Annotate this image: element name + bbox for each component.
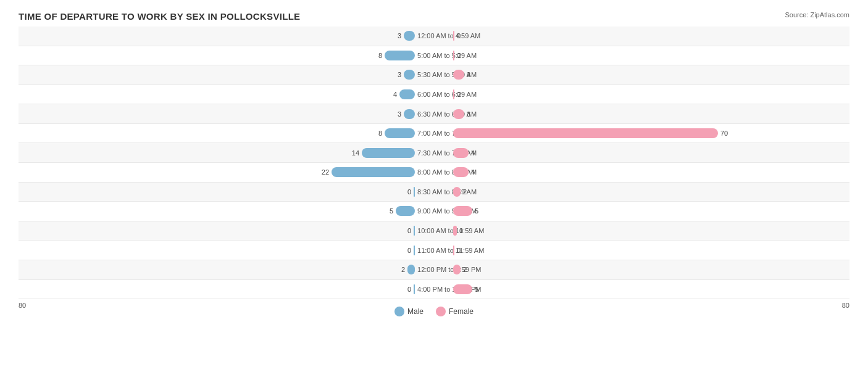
table-row: 8 5:00 AM to 5:29 AM 0 [19,46,849,66]
time-label: 8:00 AM to 8:29 AM [417,168,451,176]
table-row: 0 11:00 AM to 11:59 AM 0 [19,241,849,260]
female-value: 2 [463,266,473,273]
female-bar [453,245,454,255]
male-section: 4 [19,89,417,99]
table-row: 5 9:00 AM to 9:59 AM 5 [19,202,849,221]
legend-male: Male [394,307,424,316]
time-label: 11:00 AM to 11:59 AM [417,247,451,254]
female-value: 70 [720,130,730,137]
table-row: 2 12:00 PM to 3:59 PM 2 [19,260,849,280]
table-row: 4 6:00 AM to 6:29 AM 0 [19,85,849,105]
female-value: 0 [457,91,467,98]
male-section: 2 [19,265,417,274]
male-bar [396,206,415,216]
male-section: 8 [19,128,417,138]
male-value: 14 [349,149,359,157]
male-bar [404,31,415,41]
female-bar [453,167,469,177]
female-value: 4 [471,168,481,176]
female-section: 3 [451,109,849,119]
male-bar [332,167,415,177]
male-bar [404,109,415,119]
table-row: 8 7:00 AM to 7:29 AM 70 [19,124,849,144]
rows-wrapper: 3 12:00 AM to 4:59 AM 0 8 5:00 AM to 5:2… [19,27,849,299]
male-section: 14 [19,148,417,158]
male-bar [414,226,415,236]
table-row: 0 10:00 AM to 10:59 AM 1 [19,221,849,241]
male-value: 3 [391,32,401,39]
female-value: 5 [475,207,485,215]
female-bar [453,89,454,99]
source-label: Source: ZipAtlas.com [785,11,849,19]
male-section: 8 [19,51,417,60]
female-section: 0 [451,245,849,255]
male-section: 22 [19,167,417,177]
male-section: 5 [19,206,417,216]
female-value: 3 [467,110,477,118]
male-bar [362,148,415,158]
female-bar [453,70,464,80]
female-section: 5 [451,206,849,216]
time-label: 7:30 AM to 7:59 AM [417,149,451,157]
male-bar [399,89,415,99]
time-label: 5:00 AM to 5:29 AM [417,52,451,59]
male-bar [414,187,415,197]
male-value: 8 [372,130,382,137]
time-label: 9:00 AM to 9:59 AM [417,207,451,215]
table-row: 3 6:30 AM to 6:59 AM 3 [19,104,849,124]
table-row: 14 7:30 AM to 7:59 AM 4 [19,143,849,163]
male-value: 3 [391,71,401,78]
female-value: 0 [457,52,467,59]
female-bar [453,148,469,158]
time-label: 7:00 AM to 7:29 AM [417,130,451,137]
male-value: 2 [395,266,405,273]
male-section: 0 [19,245,417,255]
axis-right-label: 80 [842,302,849,309]
time-label: 8:30 AM to 8:59 AM [417,188,451,196]
male-bar [407,265,415,274]
female-section: 0 [451,31,849,41]
female-bar [453,284,472,294]
table-row: 22 8:00 AM to 8:29 AM 4 [19,163,849,183]
female-value: 1 [459,227,469,234]
time-label: 4:00 PM to 11:59 PM [417,286,451,293]
male-bar [385,51,415,60]
female-bar [453,226,457,236]
male-value: 5 [383,207,393,215]
male-value: 22 [319,168,329,176]
male-value: 0 [401,188,411,196]
female-bar [453,265,461,274]
female-value: 3 [467,71,477,78]
female-value: 4 [471,149,481,157]
female-section: 0 [451,51,849,60]
female-value: 2 [463,188,473,196]
time-label: 6:00 AM to 6:29 AM [417,91,451,98]
male-bar [414,245,415,255]
male-section: 0 [19,187,417,197]
female-bar [453,187,461,197]
time-label: 5:30 AM to 5:59 AM [417,71,451,78]
female-section: 4 [451,167,849,177]
female-section: 70 [451,128,849,138]
female-swatch [436,307,446,316]
female-section: 2 [451,265,849,274]
male-label: Male [407,307,424,316]
female-bar [453,206,472,216]
time-label: 12:00 PM to 3:59 PM [417,266,451,273]
female-bar [453,51,454,60]
female-section: 2 [451,187,849,197]
male-section: 3 [19,70,417,80]
female-value: 0 [457,247,467,254]
male-swatch [394,307,404,316]
male-value: 3 [391,110,401,118]
male-value: 0 [401,247,411,254]
male-value: 4 [387,91,397,98]
male-bar [404,70,415,80]
female-bar [453,109,464,119]
male-value: 0 [401,286,411,293]
female-label: Female [449,307,474,316]
legend-female: Female [436,307,474,316]
axis-left-label: 80 [19,302,26,309]
time-label: 12:00 AM to 4:59 AM [417,32,451,39]
chart-container: TIME OF DEPARTURE TO WORK BY SEX IN POLL… [0,0,868,367]
